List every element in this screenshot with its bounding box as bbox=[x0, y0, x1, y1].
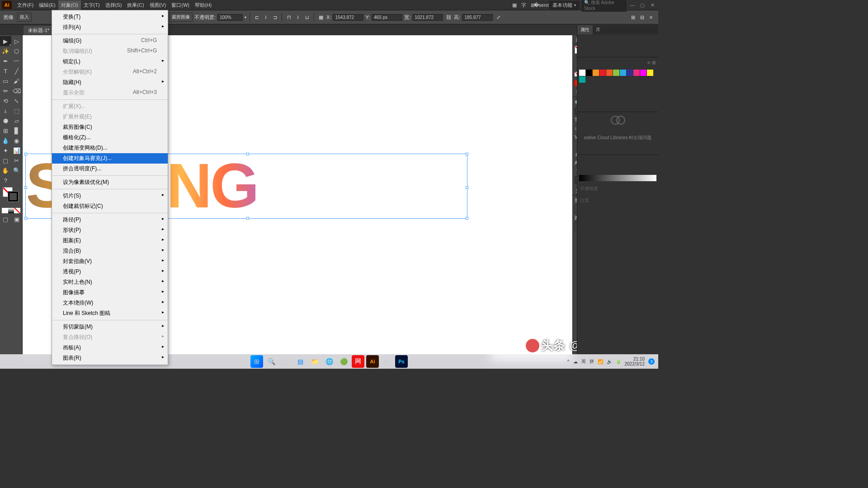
scale-tool[interactable]: ⤡ bbox=[11, 96, 23, 106]
line-tool[interactable]: ╱ bbox=[11, 66, 23, 76]
swatch[interactable] bbox=[627, 70, 633, 76]
symbol-sprayer-tool[interactable]: ✦ bbox=[0, 145, 11, 155]
battery-icon[interactable]: 🔋 bbox=[616, 359, 621, 364]
menu-视图[interactable]: 视图(V) bbox=[147, 0, 169, 10]
swatch[interactable] bbox=[647, 70, 653, 76]
pen-tool[interactable]: ✒ bbox=[0, 56, 11, 66]
app-icon-1[interactable]: 🟢 bbox=[337, 355, 350, 368]
ime-mode[interactable]: 拼 bbox=[590, 358, 594, 365]
rotate-tool[interactable]: ⟲ bbox=[0, 96, 11, 106]
fill-stroke-swatch[interactable] bbox=[2, 187, 20, 205]
menu-item[interactable]: 实时上色(N) bbox=[52, 277, 168, 287]
magic-wand-tool[interactable]: ✨ bbox=[0, 46, 11, 56]
notification-badge[interactable]: 3 bbox=[648, 358, 655, 365]
menu-item[interactable]: 图表(R) bbox=[52, 353, 168, 363]
swatch[interactable] bbox=[579, 76, 585, 83]
swatch[interactable] bbox=[593, 70, 599, 76]
opacity-input[interactable] bbox=[217, 14, 243, 21]
menu-item[interactable]: 隐藏(H) bbox=[52, 77, 168, 88]
lasso-tool[interactable]: ⬡ bbox=[11, 46, 23, 56]
app-icon-2[interactable]: 网 bbox=[352, 355, 364, 368]
rectangle-tool[interactable]: ▭ bbox=[0, 76, 11, 86]
tab-properties[interactable]: 属性 bbox=[577, 25, 593, 34]
gradient-tool[interactable]: ▊ bbox=[11, 126, 23, 136]
menu-编辑[interactable]: 编辑(E) bbox=[36, 0, 58, 10]
color-mode-none[interactable] bbox=[14, 208, 20, 213]
menu-item[interactable]: Line 和 Sketch 图稿 bbox=[52, 308, 168, 319]
menu-文字[interactable]: 文字(T) bbox=[81, 0, 103, 10]
photoshop-icon[interactable]: Ps bbox=[395, 355, 408, 368]
menu-item[interactable]: 图案(E) bbox=[52, 235, 168, 246]
selection-tool[interactable]: ▶ bbox=[0, 36, 11, 46]
swatch[interactable] bbox=[640, 70, 646, 76]
tray-chevron-icon[interactable]: ^ bbox=[567, 359, 570, 364]
browser-icon[interactable]: 🌐 bbox=[323, 355, 335, 368]
menu-窗口[interactable]: 窗口(W) bbox=[169, 0, 192, 10]
layout-icon-2[interactable]: ⊟ bbox=[638, 14, 646, 21]
volume-icon[interactable]: 🔊 bbox=[607, 359, 612, 364]
blend-tool[interactable]: ◉ bbox=[11, 136, 23, 145]
start-button[interactable]: ⊞ bbox=[250, 355, 263, 368]
share-icon[interactable]: �send bbox=[538, 1, 545, 9]
align-right-icon[interactable]: ⊐ bbox=[271, 14, 278, 21]
x-input[interactable] bbox=[333, 14, 363, 21]
paintbrush-tool[interactable]: 🖌 bbox=[11, 76, 23, 86]
menu-对象[interactable]: 对象(O) bbox=[58, 0, 81, 10]
menu-item[interactable]: 编组(G)Ctrl+G bbox=[52, 36, 168, 46]
minimize-button[interactable]: — bbox=[628, 2, 637, 8]
width-tool[interactable]: ⫰ bbox=[0, 106, 11, 116]
menu-item[interactable]: 剪切蒙版(M) bbox=[52, 322, 168, 332]
menu-item[interactable]: 拼合透明度(F)... bbox=[52, 164, 168, 174]
crop-image-button[interactable]: 裁剪图像 bbox=[169, 13, 193, 22]
menu-文件[interactable]: 文件(F) bbox=[14, 0, 36, 10]
menu-item[interactable]: 锁定(L) bbox=[52, 56, 168, 67]
swatch[interactable] bbox=[633, 70, 640, 76]
menu-item[interactable]: 排列(A) bbox=[52, 22, 168, 33]
swatch[interactable] bbox=[606, 70, 613, 76]
menu-item[interactable]: 栅格化(Z)... bbox=[52, 132, 168, 143]
free-transform-tool[interactable]: ⬚ bbox=[11, 106, 23, 116]
curvature-tool[interactable]: 〰 bbox=[11, 56, 23, 66]
menu-item[interactable]: 封套扭曲(V) bbox=[52, 256, 168, 267]
link-wh-icon[interactable]: ⛓ bbox=[445, 14, 452, 21]
explorer-icon[interactable]: 📁 bbox=[308, 355, 321, 368]
hand-tool[interactable]: ✋ bbox=[0, 165, 11, 175]
close-button[interactable]: ✕ bbox=[648, 2, 656, 8]
align-bottom-icon[interactable]: ⊔ bbox=[303, 14, 311, 21]
menu-item[interactable]: 文本绕排(W) bbox=[52, 298, 168, 308]
menu-item[interactable]: 设为像素级优化(M) bbox=[52, 177, 168, 188]
color-mode-solid[interactable] bbox=[2, 208, 8, 213]
menu-效果[interactable]: 效果(C) bbox=[124, 0, 146, 10]
wifi-icon[interactable]: 📶 bbox=[598, 359, 603, 364]
zoom-tool[interactable]: 🔍 bbox=[11, 165, 23, 175]
h-input[interactable] bbox=[462, 14, 493, 21]
menu-item[interactable]: 图像描摹 bbox=[52, 287, 168, 298]
search-icon[interactable]: 🔍 bbox=[265, 355, 278, 368]
mesh-tool[interactable]: ⊞ bbox=[0, 126, 11, 136]
screen-mode-full[interactable]: ▣ bbox=[11, 214, 23, 224]
screen-mode-normal[interactable]: ▢ bbox=[0, 214, 11, 224]
align-top-icon[interactable]: ⊓ bbox=[285, 14, 292, 21]
menu-item[interactable]: 路径(P) bbox=[52, 215, 168, 225]
tab-libraries[interactable]: 库 bbox=[593, 25, 604, 34]
menu-item[interactable]: 透视(P) bbox=[52, 267, 168, 277]
stroke-swatch[interactable] bbox=[8, 192, 18, 202]
slice-tool[interactable]: ✂ bbox=[11, 155, 23, 165]
ime-lang[interactable]: 英 bbox=[581, 358, 586, 365]
menu-item[interactable]: 形状(P) bbox=[52, 225, 168, 235]
w-input[interactable] bbox=[412, 14, 443, 21]
swatch[interactable] bbox=[599, 70, 606, 76]
shaper-tool[interactable]: ✏ bbox=[0, 86, 11, 96]
swatch[interactable] bbox=[579, 70, 585, 76]
menu-item[interactable]: 创建裁切标记(C) bbox=[52, 201, 168, 211]
workspace-selector[interactable]: 基本功能▾ bbox=[549, 1, 580, 9]
color-mode-gradient[interactable] bbox=[8, 208, 14, 213]
list-view-icon[interactable]: ≡ bbox=[647, 60, 650, 65]
menu-item[interactable]: 混合(B) bbox=[52, 246, 168, 256]
artboard-tool[interactable]: ▢ bbox=[0, 155, 11, 165]
embed-button[interactable]: 嵌入 bbox=[17, 13, 32, 22]
menu-item[interactable]: 创建渐变网格(D)... bbox=[52, 143, 168, 153]
menu-item[interactable]: 画板(A) bbox=[52, 343, 168, 353]
illustrator-icon[interactable]: Ai bbox=[366, 355, 379, 368]
y-input[interactable] bbox=[372, 14, 402, 21]
